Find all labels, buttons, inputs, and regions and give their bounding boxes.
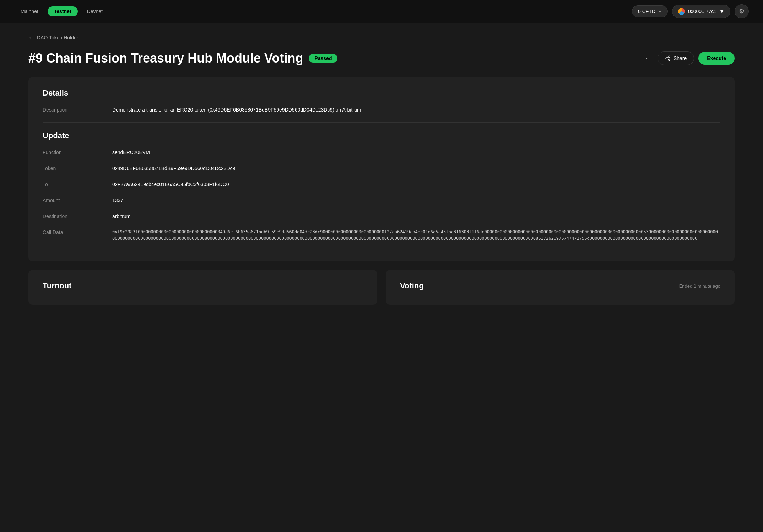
execute-button[interactable]: Execute <box>698 52 735 65</box>
details-card: Details Description Demonstrate a transf… <box>28 77 735 261</box>
ended-text: Ended 1 minute ago <box>679 283 720 289</box>
voting-card: Voting Ended 1 minute ago <box>386 270 735 305</box>
function-row: Function sendERC20EVM <box>43 149 720 156</box>
settings-gear-icon: ⚙ <box>739 7 745 15</box>
svg-point-2 <box>669 59 670 61</box>
share-label: Share <box>673 55 687 61</box>
nav-right: 0 CFTD ▼ 0x000...77c1 ▼ ⚙ <box>632 4 749 18</box>
main-content: ← DAO Token Holder #9 Chain Fusion Treas… <box>0 23 763 316</box>
settings-button[interactable]: ⚙ <box>735 4 749 18</box>
balance-chevron-icon: ▼ <box>658 10 662 13</box>
balance-value: 0 CFTD <box>638 9 655 14</box>
wallet-button[interactable]: 0x000...77c1 ▼ <box>672 5 730 18</box>
turnout-card-header: Turnout <box>43 281 363 291</box>
more-icon: ⋮ <box>643 54 650 63</box>
bottom-row: Turnout Voting Ended 1 minute ago <box>28 270 735 305</box>
testnet-tab[interactable]: Testnet <box>48 6 78 16</box>
to-value: 0xF27aA62419cb4ec01E6A5C45fbC3f6303F1f6D… <box>112 181 720 188</box>
token-label: Token <box>43 165 107 172</box>
title-left: #9 Chain Fusion Treasury Hub Module Voti… <box>28 51 337 66</box>
destination-row: Destination arbitrum <box>43 213 720 220</box>
page-title: #9 Chain Fusion Treasury Hub Module Voti… <box>28 51 303 66</box>
function-value: sendERC20EVM <box>112 149 720 156</box>
amount-value: 1337 <box>112 197 720 204</box>
token-row: Token 0x49D6EF6B6358671BdB9F59e9DD560dD0… <box>43 165 720 172</box>
amount-row: Amount 1337 <box>43 197 720 204</box>
svg-line-4 <box>667 57 669 58</box>
section-divider <box>43 122 720 123</box>
wallet-address: 0x000...77c1 <box>688 9 716 14</box>
devnet-tab[interactable]: Devnet <box>81 6 109 16</box>
svg-line-3 <box>667 59 669 60</box>
balance-button[interactable]: 0 CFTD ▼ <box>632 5 668 17</box>
top-nav: Mainnet Testnet Devnet 0 CFTD ▼ 0x000...… <box>0 0 763 23</box>
calldata-row: Call Data 0xf9c2983100000000000000000000… <box>43 229 720 241</box>
title-row: #9 Chain Fusion Treasury Hub Module Voti… <box>28 51 735 66</box>
amount-label: Amount <box>43 197 107 204</box>
calldata-label: Call Data <box>43 229 107 241</box>
voting-title: Voting <box>400 281 424 291</box>
more-options-button[interactable]: ⋮ <box>640 52 653 65</box>
to-label: To <box>43 181 107 188</box>
description-row: Description Demonstrate a transfer of an… <box>43 106 720 114</box>
network-tabs: Mainnet Testnet Devnet <box>14 6 109 16</box>
title-actions: ⋮ Share Execute <box>640 51 735 65</box>
wallet-chevron-icon: ▼ <box>719 9 724 14</box>
wallet-avatar-icon <box>678 8 685 15</box>
description-value: Demonstrate a transfer of an ERC20 token… <box>112 106 720 114</box>
destination-value: arbitrum <box>112 213 720 220</box>
svg-point-1 <box>666 58 667 59</box>
back-arrow-icon: ← <box>28 34 34 41</box>
turnout-card: Turnout <box>28 270 377 305</box>
calldata-value: 0xf9c29831000000000000000000000000000000… <box>112 229 720 241</box>
function-label: Function <box>43 149 107 156</box>
share-icon <box>665 55 671 61</box>
share-button[interactable]: Share <box>658 51 694 65</box>
destination-label: Destination <box>43 213 107 220</box>
breadcrumb-label: DAO Token Holder <box>37 35 78 40</box>
details-section-title: Details <box>43 88 720 98</box>
voting-card-header: Voting Ended 1 minute ago <box>400 281 720 291</box>
turnout-title: Turnout <box>43 281 71 291</box>
description-label: Description <box>43 106 107 114</box>
mainnet-tab[interactable]: Mainnet <box>14 6 45 16</box>
to-row: To 0xF27aA62419cb4ec01E6A5C45fbC3f6303F1… <box>43 181 720 188</box>
update-section-title: Update <box>43 131 720 140</box>
back-link[interactable]: ← DAO Token Holder <box>28 34 735 41</box>
svg-point-0 <box>669 56 670 57</box>
status-badge: Passed <box>309 54 337 63</box>
token-value: 0x49D6EF6B6358671BdB9F59e9DD560dD04Dc23D… <box>112 165 720 172</box>
